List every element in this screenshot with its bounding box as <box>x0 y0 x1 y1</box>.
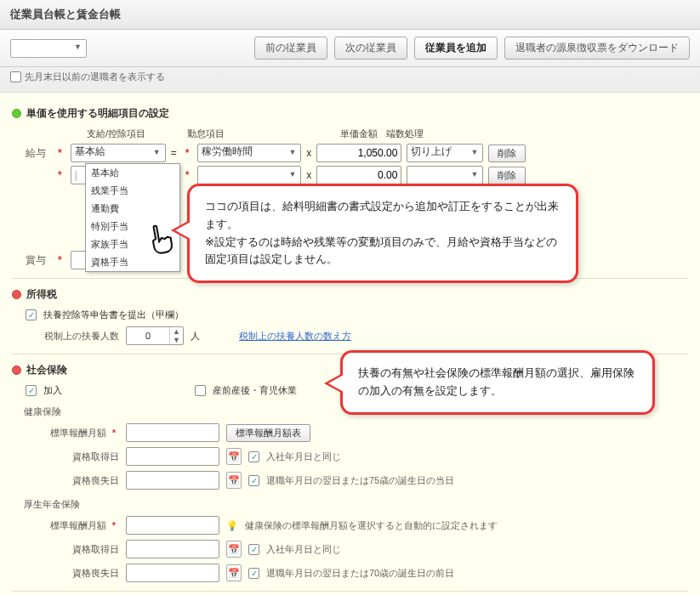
income-tax-heading: 所得税 <box>12 287 688 302</box>
add-employee-button[interactable]: 従業員を追加 <box>414 37 498 60</box>
round-select[interactable]: 切り上げ <box>407 144 483 162</box>
toolbar: 前の従業員 次の従業員 従業員を追加 退職者の源泉徴収票をダウンロード <box>0 30 700 67</box>
same-as-hire-checkbox[interactable]: ✓ <box>248 544 259 555</box>
salary-row-1: 給与 * 基本給 = * 稼労働時間 x 切り上げ 削除 <box>12 144 688 162</box>
unit-price-heading: 単価を使用する明細項目の設定 <box>12 106 688 121</box>
bullet-red-icon <box>12 290 21 299</box>
bulb-icon: 💡 <box>226 520 238 531</box>
bullet-red-icon <box>12 366 21 375</box>
loss-default-checkbox[interactable]: ✓ <box>248 568 259 579</box>
dependents-help-link[interactable]: 税制上の扶養人数の数え方 <box>239 330 351 343</box>
declaration-row: ✓ 扶養控除等申告書を提出（甲欄） <box>26 309 688 321</box>
employee-select[interactable] <box>10 39 87 58</box>
item-select[interactable]: 基本給 <box>71 144 166 162</box>
pension-acq-date-input[interactable] <box>126 540 219 558</box>
delete-button[interactable]: 削除 <box>488 144 526 162</box>
maternity-checkbox[interactable] <box>195 385 206 396</box>
pension-subheading: 厚生年金保険 <box>24 498 688 511</box>
callout-social-insurance: 扶養の有無や社会保険の標準報酬月額の選択、雇用保険の加入の有無を設定します。 <box>340 350 655 415</box>
calendar-icon[interactable]: 📅 <box>226 564 242 581</box>
callout-item-settings: ココの項目は、給料明細書の書式設定から追加や訂正をすることが出来ます。 ※設定す… <box>187 184 578 283</box>
content-panel: 単価を使用する明細項目の設定 支給/控除項目 勤怠項目 単価金額 端数処理 給与… <box>0 93 700 595</box>
show-retired-checkbox[interactable] <box>10 71 21 82</box>
pension-std-month-input[interactable] <box>126 516 219 535</box>
health-loss-row: 資格喪失日 📅 ✓ 退職年月日の翌日または75歳の誕生日の当日 <box>26 471 688 490</box>
pension-loss-row: 資格喪失日 📅 ✓ 退職年月日の翌日または70歳の誕生日の前日 <box>26 564 688 582</box>
pension-std-month-row: 標準報酬月額 * 💡 健康保険の標準報酬月額を選択すると自動的に設定されます <box>26 516 688 535</box>
dropdown-option[interactable]: 基本給 <box>86 164 179 182</box>
dropdown-option[interactable]: 残業手当 <box>86 182 179 200</box>
unit-amount-input-2[interactable] <box>316 166 401 184</box>
unit-price-columns: 支給/控除項目 勤怠項目 単価金額 端数処理 <box>87 128 688 140</box>
show-retired-label: 先月末日以前の退職者を表示する <box>25 71 165 83</box>
same-as-hire-checkbox[interactable]: ✓ <box>248 451 259 462</box>
calendar-icon[interactable]: 📅 <box>226 541 242 558</box>
calendar-icon[interactable]: 📅 <box>226 448 242 465</box>
pension-acq-row: 資格取得日 📅 ✓ 入社年月日と同じ <box>26 540 688 558</box>
health-acq-date-input[interactable] <box>126 447 219 466</box>
loss-default-checkbox[interactable]: ✓ <box>248 475 259 486</box>
work-select-2[interactable] <box>197 166 301 184</box>
stepper-buttons[interactable]: ▲▼ <box>169 327 183 344</box>
calendar-icon[interactable]: 📅 <box>226 472 242 489</box>
health-acq-row: 資格取得日 📅 ✓ 入社年月日と同じ <box>26 447 688 466</box>
download-withholding-button[interactable]: 退職者の源泉徴収票をダウンロード <box>504 37 690 60</box>
dropdown-option[interactable]: 通勤費 <box>86 200 179 218</box>
bullet-green-icon <box>12 109 21 118</box>
next-employee-button[interactable]: 次の従業員 <box>334 37 407 60</box>
dependents-row: 税制上の扶養人数 0 ▲▼ 人 税制上の扶養人数の数え方 <box>26 326 688 345</box>
health-std-month-row: 標準報酬月額 * 標準報酬月額表 <box>26 423 688 442</box>
page-title: 従業員台帳と賃金台帳 <box>0 0 700 30</box>
social-enroll-checkbox[interactable]: ✓ <box>26 385 37 396</box>
std-month-table-button[interactable]: 標準報酬月額表 <box>226 424 310 442</box>
health-loss-date-input[interactable] <box>126 471 219 490</box>
prev-employee-button[interactable]: 前の従業員 <box>254 37 327 60</box>
work-select[interactable]: 稼労働時間 <box>197 144 301 162</box>
round-select-2[interactable] <box>407 166 483 184</box>
pension-loss-date-input[interactable] <box>126 564 219 582</box>
health-std-month-input[interactable] <box>126 423 219 442</box>
dependents-stepper[interactable]: 0 ▲▼ <box>126 326 184 345</box>
unit-amount-input[interactable] <box>316 144 401 162</box>
sub-toolbar: 先月末日以前の退職者を表示する <box>0 67 700 93</box>
declaration-checkbox[interactable]: ✓ <box>26 309 37 320</box>
delete-button-2[interactable]: 削除 <box>488 167 526 184</box>
